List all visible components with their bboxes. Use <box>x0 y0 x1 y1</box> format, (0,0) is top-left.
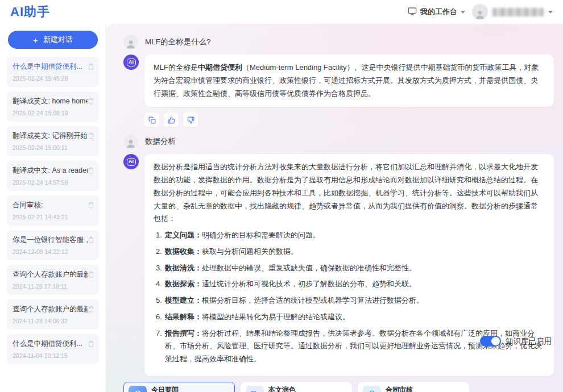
ai-intro-paragraph: 数据分析是指用适当的统计分析方法对收集来的大量数据进行分析，将它们加以汇总和理解… <box>154 161 545 226</box>
app-logo: AI助手 <box>10 3 50 20</box>
history-time: 2025-02-24 15:45:28 <box>13 75 93 82</box>
trash-icon[interactable] <box>88 62 94 72</box>
workbench-label: 我的工作台 <box>420 7 457 17</box>
message-actions <box>144 112 554 127</box>
history-time: 2025-02-24 15:00:11 <box>13 144 93 151</box>
trash-icon[interactable] <box>88 339 94 349</box>
history-time: 2025-02-21 14:43:21 <box>13 214 93 220</box>
knowledge-base-label: 知识库已启用 <box>506 336 552 347</box>
history-time: 2025-02-24 15:08:19 <box>13 110 93 116</box>
history-title: 翻译成英文: home home <box>13 97 88 106</box>
list-item: 模型建立：根据分析目标，选择合适的统计模型或机器学习算法进行数据分析。 <box>154 294 545 307</box>
feature-card-news[interactable]: 今日要闻 您可以问我，例如：今日要闻，我会尽力提供准确和可靠的答案。 <box>123 382 235 392</box>
trash-icon[interactable] <box>88 305 94 315</box>
history-item[interactable]: 什么是中期借贷便利... 2025-02-24 15:45:28 <box>7 57 99 87</box>
history-title: 你是一位银行智能客服，... <box>13 235 88 245</box>
knowledge-base-toggle-group: 知识库已启用 <box>480 336 552 347</box>
history-title: 翻译成英文: 记得刚开始... <box>13 131 88 141</box>
feature-title: 合同审核 <box>386 385 464 392</box>
history-item[interactable]: 翻译成英文: 记得刚开始... 2025-02-24 15:00:11 <box>7 126 99 156</box>
ai-avatar-icon: AI <box>123 55 139 70</box>
trash-icon[interactable] <box>88 270 94 280</box>
ai-text-bold: 中期借贷便利 <box>198 63 242 72</box>
sidebar: + 新建对话 什么是中期借贷便利... 2025-02-24 15:45:28 … <box>0 24 106 392</box>
thumbs-down-button[interactable] <box>183 112 198 127</box>
history-item[interactable]: 你是一位银行智能客服，... 2024-12-09 14:22:12 <box>7 230 99 260</box>
document-search-icon <box>246 386 264 392</box>
new-chat-label: 新建对话 <box>43 35 73 45</box>
avatar <box>472 4 488 20</box>
user-message-text: MLF的全称是什么? <box>145 37 211 47</box>
monitor-icon <box>408 7 417 18</box>
plus-icon: + <box>33 36 38 44</box>
history-title: 查询个人存款账户的最新... <box>13 270 88 280</box>
history-title: 合同审核: <box>13 201 88 210</box>
ai-message: AI MLF的全称是中期借贷便利（Medium-term Lending Fac… <box>123 55 554 107</box>
history-time: 2024-12-09 14:22:12 <box>13 248 93 255</box>
trash-icon[interactable] <box>88 201 94 211</box>
top-bar: AI助手 我的工作台 <box>0 0 563 24</box>
lightbulb-icon <box>129 386 147 392</box>
workbench-dropdown[interactable]: 我的工作台 <box>408 7 465 18</box>
toggle-knob <box>491 337 500 345</box>
list-item: 数据收集：获取与分析问题相关的数据。 <box>154 245 545 258</box>
chevron-down-icon <box>548 11 553 14</box>
history-item[interactable]: 查询个人存款账户的最新... 2024-11-28 14:06:32 <box>7 299 99 330</box>
feature-title: 今日要闻 <box>151 385 230 392</box>
ai-message-card: MLF的全称是中期借贷便利（Medium-term Lending Facili… <box>144 55 554 107</box>
history-title: 什么是中期借贷便利... <box>13 339 88 349</box>
ai-avatar-icon: AI <box>123 154 139 169</box>
chevron-down-icon <box>461 11 465 14</box>
new-chat-button[interactable]: + 新建对话 <box>8 31 98 49</box>
history-title: 查询个人存款账户的最新... <box>13 305 88 314</box>
trash-icon[interactable] <box>88 235 94 245</box>
trash-icon[interactable] <box>88 166 94 176</box>
history-item[interactable]: 查询个人存款账户的最新... 2024-11-28 17:18:11 <box>7 265 99 295</box>
history-title: 翻译成中文: As a reader... <box>13 166 88 176</box>
feature-card-polish[interactable]: 本文润色 我会帮助您进行您输入的文本润色，提高文本的流畅度和表达效果。 <box>241 382 352 392</box>
history-time: 2024-11-28 14:06:32 <box>13 318 93 324</box>
list-item: 定义问题：明确分析的目标和需要解决的问题。 <box>154 229 545 242</box>
history-item[interactable]: 合同审核: 2025-02-21 14:43:21 <box>7 195 99 226</box>
briefcase-icon <box>363 386 381 392</box>
history-time: 2025-02-24 14:57:59 <box>13 179 93 186</box>
user-name-redacted <box>492 8 544 16</box>
user-message-text: 数据分析 <box>145 136 176 147</box>
thumbs-up-button[interactable] <box>164 112 179 127</box>
feature-card-grid: 今日要闻 您可以问我，例如：今日要闻，我会尽力提供准确和可靠的答案。 本文润色 … <box>123 382 469 392</box>
history-title: 什么是中期借贷便利... <box>13 62 88 72</box>
list-item: 数据探索：通过统计分析和可视化技术，初步了解数据的分布、趋势和关联。 <box>154 278 545 291</box>
list-item: 结果解释：将模型的结果转化为易于理解的结论或建议。 <box>154 311 545 324</box>
user-message: 数据分析 <box>123 134 554 149</box>
chat-area: MLF的全称是什么? AI MLF的全称是中期借贷便利（Medium-term … <box>106 24 563 392</box>
history-item[interactable]: 什么是中期借贷便利... 2024-11-04 10:12:15 <box>7 334 99 364</box>
list-item: 数据清洗：处理数据中的错误、重复或缺失值，确保数据的准确性和完整性。 <box>154 262 545 275</box>
user-avatar-icon <box>123 134 138 149</box>
history-item[interactable]: 翻译成英文: home home 2025-02-24 15:08:19 <box>7 91 99 122</box>
history-time: 2024-11-28 17:18:11 <box>13 283 93 290</box>
user-avatar-icon <box>123 35 138 49</box>
history-time: 2024-11-04 10:12:15 <box>13 352 93 359</box>
copy-button[interactable] <box>144 112 159 127</box>
feature-card-contract[interactable]: 合同审核 您可以上传文件，我会有效地进行合同审核，确保合同满足您的业务需求。 <box>358 382 469 392</box>
user-message: MLF的全称是什么? <box>123 35 554 49</box>
user-menu[interactable] <box>472 4 553 20</box>
knowledge-base-toggle[interactable] <box>480 336 501 347</box>
trash-icon[interactable] <box>88 97 94 107</box>
trash-icon[interactable] <box>88 131 94 141</box>
feature-title: 本文润色 <box>268 385 347 392</box>
ai-text: MLF的全称是 <box>154 63 198 72</box>
history-item[interactable]: 翻译成中文: As a reader... 2025-02-24 14:57:5… <box>7 161 99 191</box>
